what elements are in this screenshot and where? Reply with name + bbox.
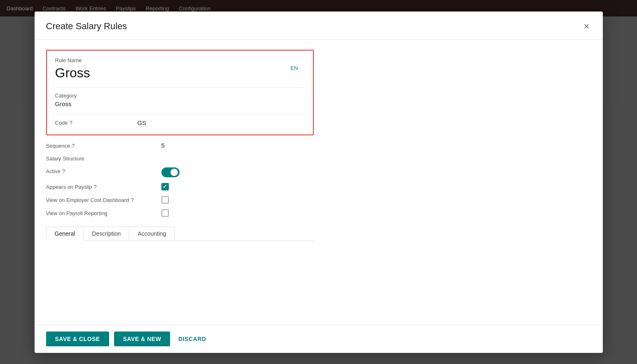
sequence-field: Sequence ? 5 bbox=[46, 142, 314, 149]
view-employer-cost-label: View on Employer Cost Dashboard ? bbox=[46, 196, 161, 203]
appears-on-payslip-field: Appears on Payslip ? bbox=[46, 183, 314, 190]
active-help-icon[interactable]: ? bbox=[62, 168, 65, 174]
view-payroll-reporting-field: View on Payroll Reporting bbox=[46, 209, 314, 217]
discard-button[interactable]: DISCARD bbox=[175, 332, 209, 346]
divider-1 bbox=[55, 87, 305, 88]
view-employer-cost-checkbox[interactable] bbox=[161, 196, 169, 204]
tab-general[interactable]: General bbox=[46, 227, 84, 241]
appears-on-payslip-help-icon[interactable]: ? bbox=[94, 184, 97, 190]
active-field: Active ? bbox=[46, 167, 314, 177]
save-close-button[interactable]: SAVE & CLOSE bbox=[46, 332, 109, 346]
appears-on-payslip-label: Appears on Payslip ? bbox=[46, 183, 161, 190]
salary-structure-field: Salary Structure bbox=[46, 155, 314, 162]
category-field: Category Gross bbox=[55, 93, 305, 107]
modal-title: Create Salary Rules bbox=[46, 21, 127, 32]
view-employer-cost-help-icon[interactable]: ? bbox=[131, 197, 134, 203]
form-tabs: General Description Accounting bbox=[46, 227, 314, 241]
sequence-help-icon[interactable]: ? bbox=[72, 143, 75, 149]
rule-name-label: Rule Name bbox=[55, 57, 305, 63]
required-fields-section: Rule Name Gross EN Category Gross Code bbox=[46, 50, 314, 135]
create-salary-rules-modal: Create Salary Rules × Rule Name Gross EN… bbox=[35, 12, 603, 353]
view-payroll-reporting-checkbox[interactable] bbox=[161, 209, 169, 217]
salary-structure-label: Salary Structure bbox=[46, 155, 161, 162]
sequence-value[interactable]: 5 bbox=[161, 142, 165, 149]
tab-accounting[interactable]: Accounting bbox=[129, 227, 175, 241]
rule-name-wrapper: Gross EN bbox=[55, 65, 305, 81]
rule-name-field: Rule Name Gross EN bbox=[55, 57, 305, 81]
modal-header: Create Salary Rules × bbox=[35, 12, 603, 40]
modal-body: Rule Name Gross EN Category Gross Code bbox=[35, 40, 603, 325]
category-value[interactable]: Gross bbox=[55, 100, 305, 107]
tabs-list: General Description Accounting bbox=[46, 227, 314, 241]
sequence-label: Sequence ? bbox=[46, 142, 161, 149]
code-help-icon[interactable]: ? bbox=[70, 120, 72, 126]
view-employer-cost-field: View on Employer Cost Dashboard ? bbox=[46, 196, 314, 204]
code-value[interactable]: GS bbox=[138, 119, 147, 126]
save-new-button[interactable]: SAVE & NEW bbox=[114, 332, 170, 346]
active-label: Active ? bbox=[46, 167, 161, 174]
category-label: Category bbox=[55, 93, 305, 99]
code-field: Code ? GS bbox=[55, 119, 305, 126]
rule-name-value[interactable]: Gross bbox=[55, 65, 305, 81]
appears-on-payslip-checkbox[interactable] bbox=[161, 183, 169, 190]
active-toggle[interactable] bbox=[161, 167, 180, 177]
tab-description[interactable]: Description bbox=[83, 227, 129, 241]
modal-footer: SAVE & CLOSE SAVE & NEW DISCARD bbox=[35, 325, 603, 353]
view-payroll-reporting-label: View on Payroll Reporting bbox=[46, 209, 161, 216]
divider-2 bbox=[55, 114, 305, 114]
close-button[interactable]: × bbox=[582, 20, 591, 33]
code-label: Code ? bbox=[55, 120, 138, 126]
language-badge[interactable]: EN bbox=[290, 65, 298, 71]
